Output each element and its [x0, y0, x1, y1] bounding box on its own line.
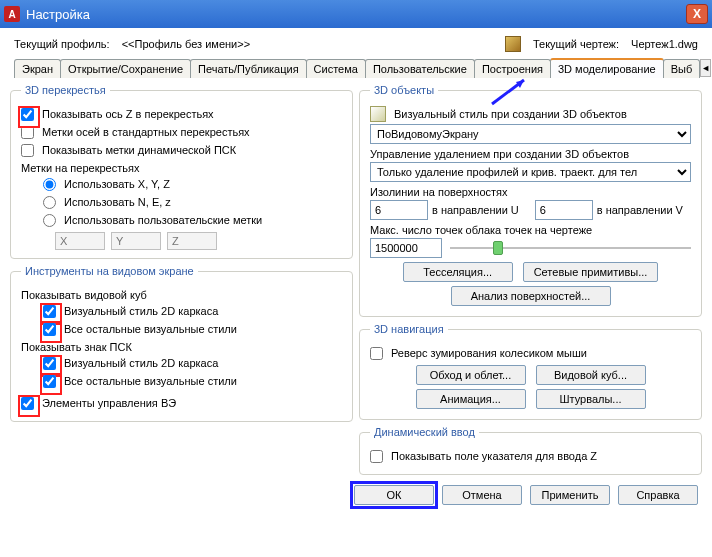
chk-ve-controls[interactable]: [21, 397, 34, 410]
lbl-dir-u: в направлении U: [432, 204, 519, 216]
tab-system[interactable]: Система: [306, 59, 366, 78]
select-delete-ctrl[interactable]: Только удаление профилей и крив. траект.…: [370, 162, 691, 182]
lbl-show-cube: Показывать видовой куб: [21, 289, 342, 301]
radio-nez[interactable]: [43, 196, 56, 209]
drawing-icon: [505, 36, 521, 52]
chk-reverse-zoom[interactable]: [370, 347, 383, 360]
input-iso-u[interactable]: [370, 200, 428, 220]
lbl-show-z-field: Показывать поле указателя для ввода Z: [391, 450, 597, 462]
tab-bar: Экран Открытие/Сохранение Печать/Публика…: [0, 58, 712, 80]
lbl-isolines: Изолинии на поверхностях: [370, 186, 691, 198]
tab-display[interactable]: Экран: [14, 59, 61, 78]
titlebar: А Настройка X: [0, 0, 712, 28]
input-max-cloud[interactable]: [370, 238, 442, 258]
lbl-reverse-zoom: Реверс зумирования колесиком мыши: [391, 347, 587, 359]
header: Текущий профиль: <<Профиль без имени>> Т…: [0, 28, 712, 58]
close-button[interactable]: X: [686, 4, 708, 24]
window-title: Настройка: [26, 7, 90, 22]
radio-xyz[interactable]: [43, 178, 56, 191]
tab-plot[interactable]: Печать/Публикация: [190, 59, 307, 78]
btn-surface-analysis[interactable]: Анализ поверхностей...: [451, 286, 611, 306]
lbl-show-z: Показывать ось Z в перекрестьях: [42, 108, 214, 120]
lbl-ucs-2d: Визуальный стиль 2D каркаса: [64, 357, 218, 369]
tab-user[interactable]: Пользовательские: [365, 59, 475, 78]
legend-3d-objects: 3D объекты: [370, 84, 438, 96]
input-y: [111, 232, 161, 250]
legend-viewport-tools: Инструменты на видовом экране: [21, 265, 198, 277]
lbl-visual-style: Визуальный стиль при создании 3D объекто…: [394, 108, 627, 120]
lbl-custom: Использовать пользовательские метки: [64, 214, 262, 226]
app-icon: А: [4, 6, 20, 22]
chk-show-z[interactable]: [21, 108, 34, 121]
slider-max-cloud[interactable]: [450, 239, 691, 257]
btn-cancel[interactable]: Отмена: [442, 485, 522, 505]
lbl-cube-all: Все остальные визуальные стили: [64, 323, 237, 335]
lbl-labels-on: Метки на перекрестьях: [21, 162, 342, 174]
chk-dyn-ucs[interactable]: [21, 144, 34, 157]
lbl-cube-2d: Визуальный стиль 2D каркаса: [64, 305, 218, 317]
lbl-dyn-ucs: Показывать метки динамической ПСК: [42, 144, 236, 156]
current-profile-label: Текущий профиль:: [14, 38, 110, 50]
btn-help[interactable]: Справка: [618, 485, 698, 505]
btn-tessellation[interactable]: Тесселяция...: [403, 262, 513, 282]
tab-selection[interactable]: Выб: [663, 59, 701, 78]
select-visual-style[interactable]: ПоВидовомуЭкрану: [370, 124, 691, 144]
chk-show-z-field[interactable]: [370, 450, 383, 463]
legend-3d-navigation: 3D навигация: [370, 323, 448, 335]
input-iso-v[interactable]: [535, 200, 593, 220]
chk-cube-all[interactable]: [43, 323, 56, 336]
input-z: [167, 232, 217, 250]
group-viewport-tools: Инструменты на видовом экране Показывать…: [10, 265, 353, 422]
input-x: [55, 232, 105, 250]
group-3d-objects: 3D объекты Визуальный стиль при создании…: [359, 84, 702, 317]
radio-custom[interactable]: [43, 214, 56, 227]
lbl-nez: Использовать N, E, z: [64, 196, 171, 208]
legend-3d-crosshairs: 3D перекрестья: [21, 84, 110, 96]
chk-ucs-all[interactable]: [43, 375, 56, 388]
btn-steering[interactable]: Штурвалы...: [536, 389, 646, 409]
lbl-show-ucs: Показывать знак ПСК: [21, 341, 342, 353]
current-profile-value: <<Профиль без имени>>: [122, 38, 250, 50]
footer: ОК Отмена Применить Справка: [0, 479, 712, 515]
lbl-dir-v: в направлении V: [597, 204, 683, 216]
group-3d-crosshairs: 3D перекрестья Показывать ось Z в перекр…: [10, 84, 353, 259]
lbl-xyz: Использовать X, Y, Z: [64, 178, 170, 190]
lbl-delete-ctrl: Управление удалением при создании 3D объ…: [370, 148, 691, 160]
chk-axis-labels[interactable]: [21, 126, 34, 139]
btn-mesh-primitives[interactable]: Сетевые примитивы...: [523, 262, 659, 282]
legend-dynamic-input: Динамический ввод: [370, 426, 479, 438]
tab-3d-modeling[interactable]: 3D моделирование: [550, 58, 664, 78]
chk-ucs-2d[interactable]: [43, 357, 56, 370]
tab-open-save[interactable]: Открытие/Сохранение: [60, 59, 191, 78]
chk-cube-2d[interactable]: [43, 305, 56, 318]
lbl-axis-labels: Метки осей в стандартных перекрестьях: [42, 126, 250, 138]
tab-drafting[interactable]: Построения: [474, 59, 551, 78]
current-drawing-label: Текущий чертеж:: [533, 38, 619, 50]
btn-ok[interactable]: ОК: [354, 485, 434, 505]
lbl-max-cloud: Макс. число точек облака точек на чертеж…: [370, 224, 691, 236]
group-3d-navigation: 3D навигация Реверс зумирования колесико…: [359, 323, 702, 420]
btn-apply[interactable]: Применить: [530, 485, 610, 505]
btn-animation[interactable]: Анимация...: [416, 389, 526, 409]
lbl-ucs-all: Все остальные визуальные стили: [64, 375, 237, 387]
tab-scroll-left[interactable]: ◄: [700, 59, 711, 77]
lbl-ve-controls: Элементы управления ВЭ: [42, 397, 176, 409]
page-icon: [370, 106, 386, 122]
current-drawing-value: Чертеж1.dwg: [631, 38, 698, 50]
btn-viewcube[interactable]: Видовой куб...: [536, 365, 646, 385]
btn-walk-fly[interactable]: Обход и облет...: [416, 365, 526, 385]
group-dynamic-input: Динамический ввод Показывать поле указат…: [359, 426, 702, 475]
